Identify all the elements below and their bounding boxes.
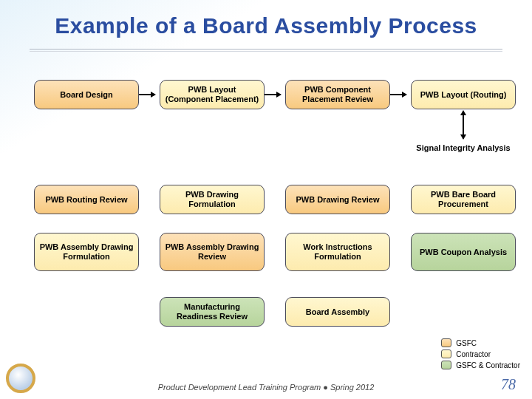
legend-swatch-gsfc: [441, 338, 451, 347]
legend-swatch-contractor: [441, 349, 451, 358]
box-pwb-layout-routing: PWB Layout (Routing): [411, 80, 516, 109]
legend-swatch-both: [441, 361, 451, 369]
box-pwb-drawing-review: PWB Drawing Review: [285, 185, 390, 214]
box-board-assembly: Board Assembly: [285, 297, 390, 327]
footer: Product Development Lead Training Progra…: [0, 383, 532, 392]
nasa-medallion-icon: [6, 364, 35, 393]
legend-row-both: GSFC & Contractor: [441, 361, 520, 369]
box-pwb-bare-board-procurement: PWB Bare Board Procurement: [411, 185, 516, 214]
legend-row-gsfc: GSFC: [441, 338, 520, 347]
title-rule-1: [30, 49, 502, 50]
footer-separator: ●: [323, 383, 330, 392]
legend-label-gsfc: GSFC: [456, 339, 477, 347]
footer-program: Product Development Lead Training Progra…: [158, 383, 321, 392]
legend-row-contractor: Contractor: [441, 349, 520, 358]
box-pwb-assembly-drawing-review: PWB Assembly Drawing Review: [160, 233, 265, 271]
footer-term: Spring 2012: [330, 383, 374, 392]
box-pwb-routing-review: PWB Routing Review: [34, 185, 139, 214]
legend: GSFC Contractor GSFC & Contractor: [441, 336, 520, 369]
box-pwb-coupon-analysis: PWB Coupon Analysis: [411, 233, 516, 271]
arrow-routing-signal: [463, 111, 464, 139]
title-rule-2: [30, 51, 502, 52]
legend-label-both: GSFC & Contractor: [456, 361, 520, 369]
label-signal-integrity: Signal Integrity Analysis: [411, 143, 516, 153]
slide-title: Example of a Board Assembly Process: [0, 13, 532, 38]
arrow-r1-1: [139, 94, 155, 95]
box-work-instructions-formulation: Work Instructions Formulation: [285, 233, 390, 271]
box-pwb-layout-component-placement: PWB Layout (Component Placement): [160, 80, 265, 109]
box-pwb-assembly-drawing-formulation: PWB Assembly Drawing Formulation: [34, 233, 139, 271]
legend-label-contractor: Contractor: [456, 350, 491, 358]
box-pwb-component-placement-review: PWB Component Placement Review: [285, 80, 390, 109]
page-number: 78: [501, 376, 516, 393]
arrow-r1-2: [265, 94, 281, 95]
arrow-r1-3: [390, 94, 406, 95]
box-pwb-drawing-formulation: PWB Drawing Formulation: [160, 185, 265, 214]
box-board-design: Board Design: [34, 80, 139, 109]
box-manufacturing-readiness-review: Manufacturing Readiness Review: [160, 297, 265, 327]
